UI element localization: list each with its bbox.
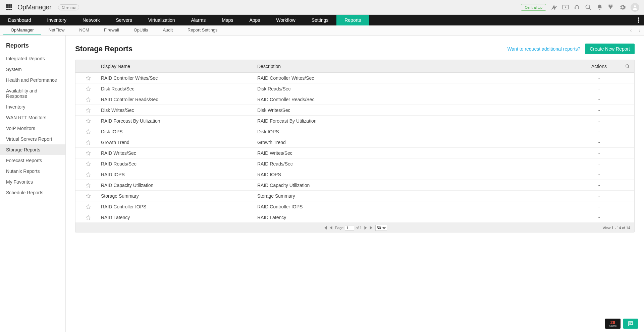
favorite-star-icon[interactable] [86,215,91,220]
table-row[interactable]: RAID LatencyRAID Latency- [75,212,634,223]
favorite-star-icon[interactable] [86,140,91,145]
table-row[interactable]: Disk IOPSDisk IOPS- [75,126,634,137]
table-search-icon[interactable] [625,64,630,69]
favorite-star-icon[interactable] [86,108,91,113]
presentation-icon[interactable] [562,4,569,11]
row-actions: - [577,108,621,113]
central-status-badge[interactable]: Central Up [521,4,546,11]
apps-menu-icon[interactable] [6,4,12,10]
sub-nav-arrows: ‹ › [627,25,644,35]
nav-item-reports[interactable]: Reports [336,15,369,25]
sub-nav-next-icon[interactable]: › [635,25,644,35]
table-row[interactable]: Storage SummaryStorage Summary- [75,191,634,201]
quick-link-icon[interactable] [551,4,557,11]
chat-widget[interactable] [623,319,638,329]
pager-last-icon[interactable] [369,225,374,230]
subnav-item-ncm[interactable]: NCM [72,25,97,35]
table-row[interactable]: Growth TrendGrowth Trend- [75,137,634,148]
favorite-star-icon[interactable] [86,150,91,156]
subnav-item-oputils[interactable]: OpUtils [126,25,156,35]
sidebar-item-inventory[interactable]: Inventory [0,102,65,112]
sidebar-item-availability-and-response[interactable]: Availability and Response [0,85,65,102]
sidebar-item-my-favorites[interactable]: My Favorites [0,177,65,187]
subnav-item-audit[interactable]: Audit [155,25,180,35]
subnav-item-netflow[interactable]: NetFlow [41,25,72,35]
table-header: Display Name Description Actions [75,60,634,73]
table-row[interactable]: RAID Controller Reads/SecRAID Controller… [75,94,634,105]
table-row[interactable]: Disk Reads/SecDisk Reads/Sec- [75,83,634,94]
pager-size-select[interactable]: 50 [375,225,387,231]
sidebar-item-system[interactable]: System [0,64,65,75]
favorite-star-icon[interactable] [86,86,91,91]
bell-icon[interactable] [596,4,603,11]
row-name: RAID Forecast By Utilization [101,118,257,124]
user-avatar[interactable] [631,3,639,12]
sidebar-item-forecast-reports[interactable]: Forecast Reports [0,155,65,166]
plug-icon[interactable] [608,4,614,11]
col-actions[interactable]: Actions [577,64,621,69]
sub-nav-prev-icon[interactable]: ‹ [627,25,635,35]
row-actions: - [577,118,621,124]
favorite-star-icon[interactable] [86,161,91,167]
favorite-star-icon[interactable] [86,193,91,199]
subnav-item-report-settings[interactable]: Report Settings [180,25,225,35]
pager-page-input[interactable] [345,225,354,230]
favorite-star-icon[interactable] [86,75,91,81]
nav-item-workflow[interactable]: Workflow [268,15,303,25]
svg-point-6 [638,21,639,23]
col-search[interactable] [621,64,634,69]
table-row[interactable]: RAID Capacity UtilizationRAID Capacity U… [75,180,634,191]
favorite-star-icon[interactable] [86,183,91,188]
sidebar-item-wan-rtt-monitors[interactable]: WAN RTT Monitors [0,112,65,123]
table-row[interactable]: Disk Writes/SecDisk Writes/Sec- [75,105,634,116]
col-description[interactable]: Description [257,64,577,69]
pager-first-icon[interactable] [323,225,327,230]
request-reports-link[interactable]: Want to request additional reports? [507,46,580,52]
subnav-item-firewall[interactable]: Firewall [97,25,126,35]
nav-item-servers[interactable]: Servers [108,15,140,25]
favorite-star-icon[interactable] [86,97,91,102]
sidebar-item-health-and-performance[interactable]: Health and Performance [0,75,65,85]
sidebar-item-voip-monitors[interactable]: VoIP Monitors [0,123,65,134]
row-desc: Storage Summary [257,193,577,199]
favorite-star-icon[interactable] [86,129,91,134]
nav-item-dashboard[interactable]: Dashboard [0,15,39,25]
table-row[interactable]: RAID Controller IOPSRAID Controller IOPS… [75,201,634,212]
nav-item-maps[interactable]: Maps [214,15,241,25]
sidebar-item-nutanix-reports[interactable]: Nutanix Reports [0,166,65,177]
table-row[interactable]: RAID Reads/SecRAID Reads/Sec- [75,158,634,169]
alarm-widget[interactable]: 29 Alarms [605,319,621,329]
sidebar-item-storage-reports[interactable]: Storage Reports [0,144,65,155]
nav-item-network[interactable]: Network [74,15,108,25]
search-icon[interactable] [585,4,592,11]
table-row[interactable]: RAID IOPSRAID IOPS- [75,169,634,180]
svg-point-1 [586,5,590,9]
row-name: RAID Writes/Sec [101,150,257,156]
pager-next-icon[interactable] [363,225,368,230]
nav-item-apps[interactable]: Apps [241,15,268,25]
nav-item-inventory[interactable]: Inventory [39,15,75,25]
favorite-star-icon[interactable] [86,172,91,177]
sidebar-item-schedule-reports[interactable]: Schedule Reports [0,187,65,198]
sidebar-item-integrated-reports[interactable]: Integrated Reports [0,53,65,64]
table-row[interactable]: RAID Writes/SecRAID Writes/Sec- [75,148,634,158]
pager-prev-icon[interactable] [329,225,333,230]
col-display-name[interactable]: Display Name [101,64,257,69]
nav-item-settings[interactable]: Settings [304,15,337,25]
subnav-item-opmanager[interactable]: OpManager [3,25,41,35]
nav-more-icon[interactable] [633,15,644,25]
view-count: View 1 - 14 of 14 [603,226,630,230]
nav-item-virtualization[interactable]: Virtualization [140,15,183,25]
table-row[interactable]: RAID Forecast By UtilizationRAID Forecas… [75,116,634,126]
row-desc: RAID Forecast By Utilization [257,118,577,124]
nav-item-alarms[interactable]: Alarms [183,15,214,25]
gear-icon[interactable] [619,4,626,11]
svg-line-2 [589,8,591,10]
sidebar-item-virtual-servers-report[interactable]: Virtual Servers Report [0,134,65,144]
table-row[interactable]: RAID Controller Writes/SecRAID Controlle… [75,73,634,83]
location-badge[interactable]: Chennai [58,4,79,10]
favorite-star-icon[interactable] [86,204,91,209]
favorite-star-icon[interactable] [86,118,91,124]
create-report-button[interactable]: Create New Report [585,44,635,54]
headset-icon[interactable] [574,4,580,11]
